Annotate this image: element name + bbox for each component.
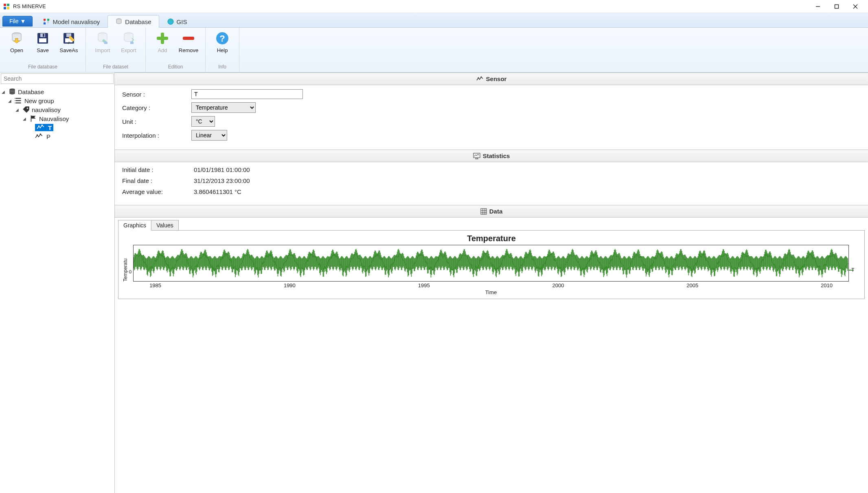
series-icon: [35, 133, 43, 140]
initial-date-label: Initial date :: [122, 166, 194, 173]
xtick: 2005: [686, 282, 698, 288]
svg-rect-17: [39, 38, 46, 42]
chart-container: Temperature Temperatu 0 1985 1990 1995 2…: [118, 230, 865, 299]
tree-label: New group: [24, 97, 54, 104]
stats-header-label: Statistics: [483, 152, 510, 159]
final-date-label: Final date :: [122, 177, 194, 184]
svg-point-45: [40, 134, 41, 135]
tree-label: P: [46, 133, 50, 140]
expander-icon[interactable]: ◢: [2, 90, 7, 94]
tree-node-database[interactable]: ◢ Database: [2, 87, 113, 96]
svg-rect-0: [4, 4, 6, 6]
average-value: 3.8604611301 °C: [194, 188, 241, 195]
chart-ylabel: Temperatu: [122, 245, 129, 295]
tree-node-substation[interactable]: ◢ Nauvalisoy: [2, 114, 113, 123]
file-menu-button[interactable]: File ▼: [2, 16, 33, 26]
tab-gis[interactable]: GIS: [159, 15, 195, 28]
flag-icon: [29, 115, 37, 122]
svg-point-40: [27, 108, 28, 109]
app-logo-icon: [3, 3, 10, 10]
data-inner-tabs: Graphics Values: [115, 218, 868, 231]
saveas-label: SaveAs: [60, 47, 78, 53]
svg-rect-1: [7, 4, 9, 6]
tree-label: Nauvalisoy: [39, 115, 69, 122]
final-date-value: 31/12/2013 23:00:00: [194, 177, 250, 184]
tree-node-sensor-t[interactable]: T: [2, 123, 113, 132]
tree-node-group[interactable]: ◢ New group: [2, 96, 113, 105]
window-minimize-button[interactable]: [809, 0, 827, 13]
database-icon: [8, 88, 16, 95]
open-db-icon: [9, 31, 24, 46]
statistics-section-body: Initial date : 01/01/1981 01:00:00 Final…: [115, 162, 868, 205]
chart-xlabel: Time: [133, 289, 849, 295]
series-icon: [37, 124, 45, 131]
sidebar: ◢ Database ◢ New group ◢ nauvalisoy ◢ Na…: [0, 73, 115, 493]
window-maximize-button[interactable]: [827, 0, 846, 13]
svg-rect-52: [481, 209, 487, 214]
remove-label: Remove: [179, 47, 198, 53]
svg-point-33: [9, 90, 15, 92]
svg-point-39: [15, 102, 15, 103]
ribbon-toolbar: Open Save SaveAs File database Import Ex…: [0, 28, 868, 73]
svg-point-47: [480, 76, 482, 77]
category-select[interactable]: Temperature: [191, 102, 256, 113]
help-label: Help: [217, 47, 228, 53]
chart-xticks: 1985 1990 1995 2000 2005 2010: [133, 282, 849, 288]
database-tree: ◢ Database ◢ New group ◢ nauvalisoy ◢ Na…: [0, 85, 114, 143]
save-button[interactable]: Save: [30, 29, 55, 62]
file-menu-label: File: [9, 18, 19, 24]
open-label: Open: [10, 47, 23, 53]
svg-rect-3: [7, 7, 9, 9]
main-tab-row: File ▼ Model nauvalisoy Database GIS: [0, 13, 868, 28]
svg-rect-9: [47, 19, 49, 21]
svg-rect-5: [835, 4, 839, 8]
search-input[interactable]: [1, 73, 114, 84]
tab-model[interactable]: Model nauvalisoy: [35, 15, 107, 28]
interpolation-select[interactable]: Linear: [191, 130, 227, 141]
group-info-label: Info: [210, 62, 235, 72]
import-button[interactable]: Import: [90, 29, 115, 62]
tab-database[interactable]: Database: [107, 15, 159, 28]
import-label: Import: [95, 47, 110, 53]
xtick: 2000: [552, 282, 564, 288]
data-header-label: Data: [489, 208, 503, 215]
export-icon: [121, 31, 136, 46]
svg-rect-29: [183, 37, 194, 40]
main-splitter: ◢ Database ◢ New group ◢ nauvalisoy ◢ Na…: [0, 73, 868, 493]
globe-icon: [167, 18, 174, 25]
expander-icon[interactable]: ◢: [8, 99, 14, 103]
window-titlebar: RS MINERVE: [0, 0, 868, 13]
tree-node-station[interactable]: ◢ nauvalisoy: [2, 105, 113, 114]
category-label: Category :: [122, 104, 191, 111]
tree-label: T: [48, 124, 52, 131]
plus-icon: [155, 31, 170, 46]
svg-point-14: [168, 19, 173, 24]
tree-node-sensor-p[interactable]: P: [2, 132, 113, 141]
svg-rect-2: [4, 7, 6, 9]
svg-text:?: ?: [219, 33, 225, 44]
sensor-name-label: Sensor :: [122, 91, 191, 98]
help-button[interactable]: ? Help: [210, 29, 235, 62]
tab-values[interactable]: Values: [151, 220, 179, 231]
xtick: 1985: [149, 282, 161, 288]
expander-icon[interactable]: ◢: [23, 117, 28, 121]
tab-graphics[interactable]: Graphics: [118, 220, 151, 231]
open-button[interactable]: Open: [4, 29, 29, 62]
group-edition-label: Edition: [150, 62, 201, 72]
unit-select[interactable]: °C: [191, 116, 215, 127]
saveas-button[interactable]: SaveAs: [56, 29, 81, 62]
tab-database-label: Database: [125, 18, 151, 25]
remove-button[interactable]: Remove: [176, 29, 201, 62]
help-icon: ?: [215, 31, 230, 46]
chart-plot-area[interactable]: 1985 1990 1995 2000 2005 2010 Time: [133, 245, 849, 295]
right-pane: Sensor Sensor : Category : Temperature U…: [115, 73, 868, 493]
chart-legend-label: T: [851, 267, 854, 273]
export-button[interactable]: Export: [116, 29, 141, 62]
expander-icon[interactable]: ◢: [15, 108, 21, 112]
svg-point-38: [15, 100, 15, 101]
add-button[interactable]: Add: [150, 29, 175, 62]
sensor-header-icon: [476, 76, 484, 82]
svg-point-37: [15, 98, 15, 99]
window-close-button[interactable]: [846, 0, 865, 13]
sensor-name-input[interactable]: [191, 89, 303, 99]
